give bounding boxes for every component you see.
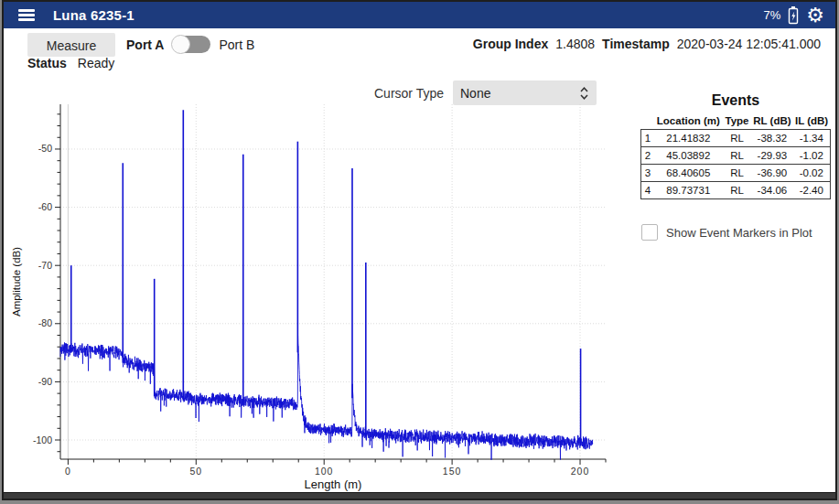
svg-text:0: 0 [65, 466, 71, 477]
svg-text:-80: -80 [38, 317, 52, 328]
measure-button[interactable]: Measure [27, 33, 115, 57]
group-index-value: 1.4808 [555, 37, 595, 51]
event-il: -2.40 [793, 182, 831, 199]
timestamp-label: Timestamp [602, 37, 670, 51]
event-row[interactable]: 2 45.03892 RL -29.93 -1.02 [641, 147, 831, 165]
event-num: 2 [641, 147, 654, 165]
port-toggle[interactable] [172, 36, 210, 53]
event-type: RL [723, 130, 752, 147]
app-window: Luna 6235-1 7% ⚙ Measure Port A Port B G… [2, 0, 837, 500]
bottom-edge-bar [4, 492, 835, 499]
trace-plot-svg: -100-90-80-70-60-50050100150200Length (m… [7, 88, 613, 500]
status-value: Ready [78, 56, 114, 70]
menu-icon[interactable] [18, 9, 35, 21]
events-panel: Events Location (m) Type RL (dB) IL (dB)… [640, 92, 831, 199]
battery-charging-icon [787, 5, 800, 26]
event-num: 4 [641, 182, 654, 199]
event-row[interactable]: 4 89.73731 RL -34.06 -2.40 [641, 182, 831, 199]
title-bar: Luna 6235-1 7% ⚙ [4, 2, 835, 28]
events-table: Location (m) Type RL (dB) IL (dB) 1 21.4… [640, 113, 831, 199]
col-header-location: Location (m) [654, 113, 723, 130]
events-title: Events [640, 92, 831, 109]
group-index-label: Group Index [473, 37, 548, 51]
event-rl: -34.06 [751, 182, 792, 199]
svg-text:-60: -60 [38, 201, 52, 212]
svg-text:-50: -50 [38, 143, 52, 154]
port-a-label: Port A [126, 38, 164, 52]
battery-percent: 7% [763, 8, 780, 22]
event-il: -0.02 [793, 165, 831, 182]
event-rl: -38.32 [751, 130, 792, 147]
event-il: -1.02 [793, 147, 831, 165]
svg-text:200: 200 [571, 466, 590, 477]
events-header-row: Location (m) Type RL (dB) IL (dB) [641, 113, 831, 130]
event-rl: -29.93 [751, 147, 792, 165]
event-num: 3 [641, 165, 654, 182]
event-type: RL [723, 165, 752, 182]
timestamp-value: 2020-03-24 12:05:41.000 [677, 37, 821, 51]
event-type: RL [723, 182, 752, 199]
show-event-markers-checkbox[interactable] [641, 224, 658, 241]
svg-text:50: 50 [189, 466, 202, 477]
status-label: Status [27, 56, 67, 70]
event-location: 89.73731 [654, 182, 723, 199]
event-location: 45.03892 [654, 147, 723, 165]
menu-bar-line [18, 18, 35, 21]
event-row[interactable]: 3 68.40605 RL -36.90 -0.02 [641, 165, 831, 182]
svg-text:-100: -100 [33, 434, 52, 445]
col-header-rl: RL (dB) [751, 113, 792, 130]
window-title: Luna 6235-1 [53, 7, 134, 23]
trace-plot[interactable]: -100-90-80-70-60-50050100150200Length (m… [7, 88, 613, 500]
event-num: 1 [641, 130, 654, 147]
col-header-num [641, 113, 654, 130]
show-event-markers-label: Show Event Markers in Plot [666, 226, 812, 240]
event-row[interactable]: 1 21.41832 RL -38.32 -1.34 [641, 130, 831, 147]
svg-text:150: 150 [443, 466, 462, 477]
event-location: 68.40605 [654, 165, 723, 182]
event-type: RL [723, 147, 752, 165]
svg-text:100: 100 [315, 466, 334, 477]
settings-gear-icon[interactable]: ⚙ [806, 5, 824, 26]
svg-text:-90: -90 [38, 376, 52, 387]
event-location: 21.41832 [654, 130, 723, 147]
event-rl: -36.90 [751, 165, 792, 182]
menu-bar-line [18, 9, 35, 12]
svg-text:Amplitude (dB): Amplitude (dB) [11, 247, 22, 316]
event-il: -1.34 [793, 130, 831, 147]
port-toggle-knob [171, 35, 190, 54]
col-header-il: IL (dB) [793, 113, 831, 130]
svg-text:-70: -70 [38, 260, 52, 271]
port-b-label: Port B [219, 38, 254, 52]
svg-text:Length (m): Length (m) [305, 477, 362, 491]
col-header-type: Type [723, 113, 752, 130]
menu-bar-line [18, 14, 35, 16]
